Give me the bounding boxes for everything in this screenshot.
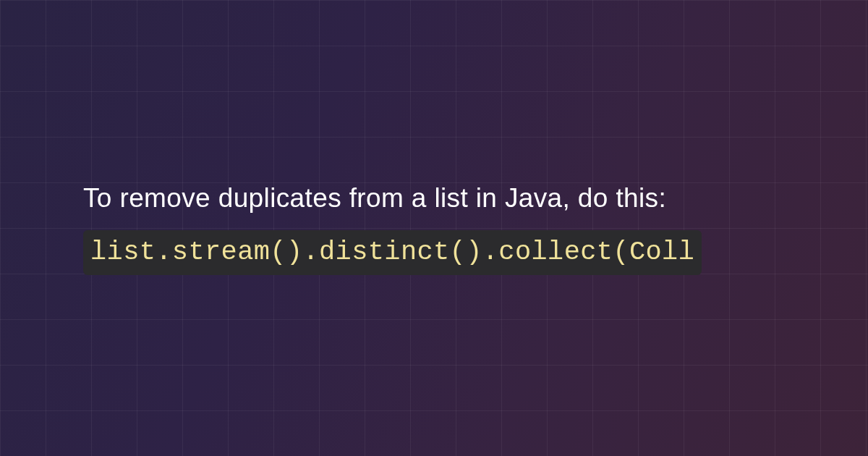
content-wrapper: To remove duplicates from a list in Java… — [0, 0, 868, 456]
snippet-code: list.stream().distinct().collect(Coll — [83, 230, 702, 275]
snippet-description: To remove duplicates from a list in Java… — [83, 181, 868, 216]
